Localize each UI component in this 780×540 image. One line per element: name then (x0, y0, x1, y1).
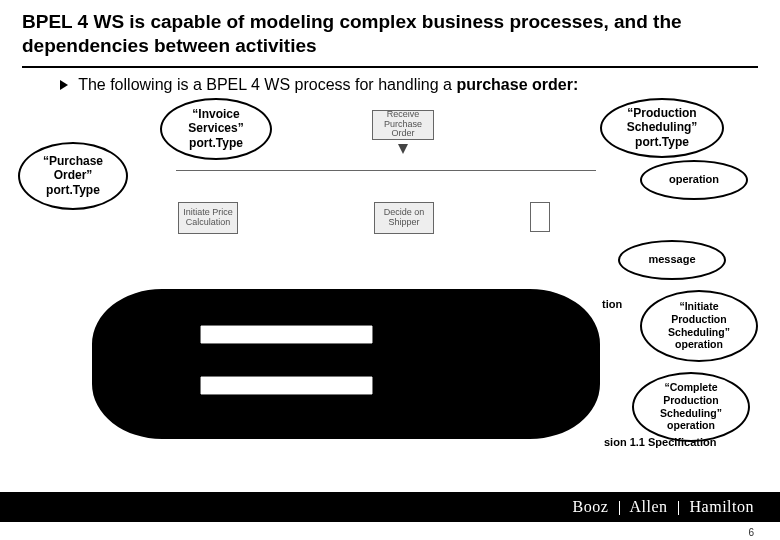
box-placeholder (530, 202, 550, 232)
box-receive-purchase-order: Receive Purchase Order (372, 110, 434, 140)
bubble-text: message (648, 253, 695, 266)
bubble-message: message (618, 240, 726, 280)
footer-logo: Booz Allen Hamilton (573, 498, 754, 516)
bubble-initiate-production-scheduling-operation: “Initiate Production Scheduling” operati… (640, 290, 758, 362)
bubble-text: operation (669, 173, 719, 186)
page-number: 6 (748, 527, 754, 538)
box-initiate-price: Initiate Price Calculation (178, 202, 238, 234)
bullet-marker-icon (60, 80, 68, 90)
bubble-text: “Initiate Production Scheduling” operati… (651, 300, 748, 350)
bubble-text: “Complete Production Scheduling” operati… (643, 381, 740, 431)
footer-divider-icon (678, 501, 679, 515)
arrow-down-icon (398, 144, 408, 154)
bubble-production-scheduling-porttype: “Production Scheduling” port.Type (600, 98, 724, 158)
diagram-hline (176, 170, 596, 171)
slide-subline: The following is a BPEL 4 WS process for… (0, 68, 780, 94)
bubble-text: “Production Scheduling” port.Type (611, 106, 714, 149)
diagram-canvas: Receive Purchase Order Initiate Price Ca… (0, 94, 780, 454)
slide-title: BPEL 4 WS is capable of modeling complex… (22, 10, 758, 58)
box-label: Receive Purchase Order (375, 110, 431, 140)
box-decide-shipper: Decide on Shipper (374, 202, 434, 234)
footer-word-2: Allen (630, 498, 668, 515)
subline-text: The following is a BPEL 4 WS process for… (78, 76, 456, 93)
box-label: Decide on Shipper (377, 208, 431, 228)
bubble-invoice-services-porttype: “Invoice Services” port.Type (160, 98, 272, 160)
spec-fragment-right: sion 1.1 Specification (604, 436, 716, 448)
footer-word-1: Booz (573, 498, 609, 515)
footer-word-3: Hamilton (690, 498, 754, 515)
bubble-text: “Purchase Order” port.Type (28, 154, 117, 197)
bubble-text: “Invoice Services” port.Type (170, 107, 261, 150)
code-balloon (92, 289, 600, 439)
footer-bar: Booz Allen Hamilton (0, 492, 780, 522)
box-label: Initiate Price Calculation (181, 208, 235, 228)
footer-divider-icon (619, 501, 620, 515)
spec-fragment-left: tion (602, 298, 622, 310)
bubble-operation: operation (640, 160, 748, 200)
bubble-purchase-order-porttype: “Purchase Order” port.Type (18, 142, 128, 210)
bubble-complete-production-scheduling-operation: “Complete Production Scheduling” operati… (632, 372, 750, 442)
subline-bold: purchase order: (456, 76, 578, 93)
